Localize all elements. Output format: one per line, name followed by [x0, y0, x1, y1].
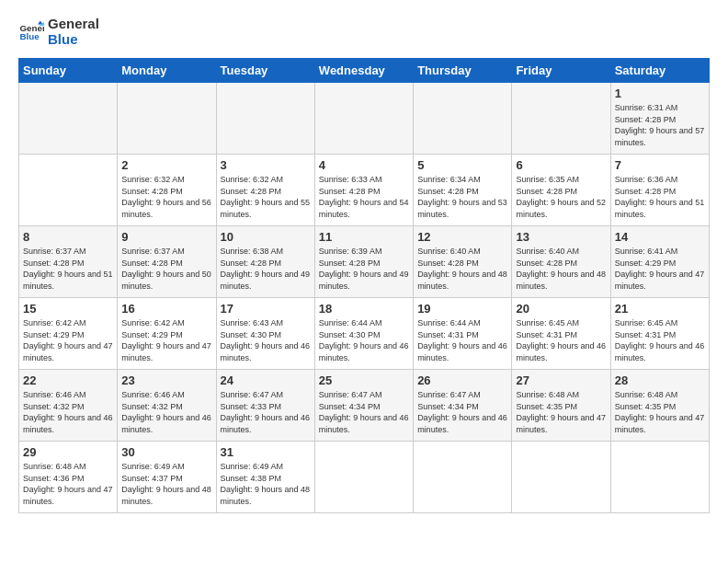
day-number: 7 — [615, 158, 705, 172]
day-number: 25 — [319, 373, 409, 387]
day-number: 21 — [615, 302, 705, 316]
cal-cell: 29Sunrise: 6:48 AMSunset: 4:36 PMDayligh… — [19, 442, 118, 513]
col-header-sunday: Sunday — [19, 59, 118, 83]
cal-cell — [512, 442, 610, 513]
day-info: Sunrise: 6:48 AMSunset: 4:36 PMDaylight:… — [23, 461, 113, 507]
logo-icon: General Blue — [18, 19, 44, 45]
day-info: Sunrise: 6:32 AMSunset: 4:28 PMDaylight:… — [121, 174, 211, 220]
cal-cell: 11Sunrise: 6:39 AMSunset: 4:28 PMDayligh… — [314, 226, 413, 298]
day-info: Sunrise: 6:46 AMSunset: 4:32 PMDaylight:… — [23, 389, 113, 435]
day-info: Sunrise: 6:40 AMSunset: 4:28 PMDaylight:… — [516, 246, 606, 292]
cal-cell: 31Sunrise: 6:49 AMSunset: 4:38 PMDayligh… — [216, 442, 314, 513]
col-header-tuesday: Tuesday — [216, 59, 314, 83]
cal-cell: 4Sunrise: 6:33 AMSunset: 4:28 PMDaylight… — [314, 155, 413, 226]
day-number: 8 — [23, 230, 113, 244]
day-number: 26 — [417, 373, 507, 387]
day-info: Sunrise: 6:38 AMSunset: 4:28 PMDaylight:… — [221, 246, 311, 292]
cal-cell — [19, 155, 118, 226]
day-number: 1 — [615, 86, 705, 100]
cal-cell: 14Sunrise: 6:41 AMSunset: 4:29 PMDayligh… — [610, 226, 709, 298]
cal-cell — [19, 83, 118, 155]
day-number: 15 — [23, 302, 113, 316]
day-number: 27 — [516, 373, 606, 387]
cal-cell: 5Sunrise: 6:34 AMSunset: 4:28 PMDaylight… — [414, 155, 512, 226]
day-info: Sunrise: 6:32 AMSunset: 4:28 PMDaylight:… — [221, 174, 311, 220]
cal-cell: 19Sunrise: 6:44 AMSunset: 4:31 PMDayligh… — [414, 298, 512, 370]
day-info: Sunrise: 6:37 AMSunset: 4:28 PMDaylight:… — [23, 246, 113, 292]
day-info: Sunrise: 6:33 AMSunset: 4:28 PMDaylight:… — [319, 174, 409, 220]
day-info: Sunrise: 6:41 AMSunset: 4:29 PMDaylight:… — [615, 246, 705, 292]
week-row-5: 22Sunrise: 6:46 AMSunset: 4:32 PMDayligh… — [19, 370, 710, 442]
cal-cell — [314, 83, 413, 155]
week-row-6: 29Sunrise: 6:48 AMSunset: 4:36 PMDayligh… — [19, 442, 710, 513]
cal-cell: 6Sunrise: 6:35 AMSunset: 4:28 PMDaylight… — [512, 155, 610, 226]
day-number: 31 — [221, 445, 311, 459]
day-info: Sunrise: 6:45 AMSunset: 4:31 PMDaylight:… — [615, 317, 705, 363]
day-info: Sunrise: 6:47 AMSunset: 4:34 PMDaylight:… — [417, 389, 507, 435]
cal-cell: 7Sunrise: 6:36 AMSunset: 4:28 PMDaylight… — [610, 155, 709, 226]
day-number: 16 — [121, 302, 211, 316]
cal-cell: 15Sunrise: 6:42 AMSunset: 4:29 PMDayligh… — [19, 298, 118, 370]
day-info: Sunrise: 6:37 AMSunset: 4:28 PMDaylight:… — [121, 246, 211, 292]
week-row-1: 1Sunrise: 6:31 AMSunset: 4:28 PMDaylight… — [19, 83, 710, 155]
cal-cell — [314, 442, 413, 513]
svg-text:Blue: Blue — [19, 31, 40, 41]
col-header-wednesday: Wednesday — [314, 59, 413, 83]
day-number: 5 — [417, 158, 507, 172]
header-row: SundayMondayTuesdayWednesdayThursdayFrid… — [19, 59, 710, 83]
week-row-3: 8Sunrise: 6:37 AMSunset: 4:28 PMDaylight… — [19, 226, 710, 298]
cal-cell: 25Sunrise: 6:47 AMSunset: 4:34 PMDayligh… — [314, 370, 413, 442]
day-info: Sunrise: 6:35 AMSunset: 4:28 PMDaylight:… — [516, 174, 606, 220]
cal-cell: 12Sunrise: 6:40 AMSunset: 4:28 PMDayligh… — [414, 226, 512, 298]
day-info: Sunrise: 6:48 AMSunset: 4:35 PMDaylight:… — [615, 389, 705, 435]
cal-cell — [414, 442, 512, 513]
day-number: 24 — [221, 373, 311, 387]
day-info: Sunrise: 6:45 AMSunset: 4:31 PMDaylight:… — [516, 317, 606, 363]
cal-cell: 26Sunrise: 6:47 AMSunset: 4:34 PMDayligh… — [414, 370, 512, 442]
day-number: 22 — [23, 373, 113, 387]
cal-cell — [610, 442, 709, 513]
cal-cell: 30Sunrise: 6:49 AMSunset: 4:37 PMDayligh… — [118, 442, 216, 513]
week-row-4: 15Sunrise: 6:42 AMSunset: 4:29 PMDayligh… — [19, 298, 710, 370]
cal-cell — [118, 83, 216, 155]
day-number: 20 — [516, 302, 606, 316]
day-number: 14 — [615, 230, 705, 244]
day-info: Sunrise: 6:49 AMSunset: 4:38 PMDaylight:… — [221, 461, 311, 507]
day-number: 23 — [121, 373, 211, 387]
day-number: 12 — [417, 230, 507, 244]
cal-cell: 18Sunrise: 6:44 AMSunset: 4:30 PMDayligh… — [314, 298, 413, 370]
col-header-monday: Monday — [118, 59, 216, 83]
cal-cell: 2Sunrise: 6:32 AMSunset: 4:28 PMDaylight… — [118, 155, 216, 226]
day-info: Sunrise: 6:44 AMSunset: 4:30 PMDaylight:… — [319, 317, 409, 363]
day-number: 11 — [319, 230, 409, 244]
day-number: 3 — [221, 158, 311, 172]
logo-blue: Blue — [48, 32, 99, 48]
day-number: 19 — [417, 302, 507, 316]
cal-cell: 3Sunrise: 6:32 AMSunset: 4:28 PMDaylight… — [216, 155, 314, 226]
cal-cell: 20Sunrise: 6:45 AMSunset: 4:31 PMDayligh… — [512, 298, 610, 370]
logo-general: General — [48, 17, 99, 32]
col-header-friday: Friday — [512, 59, 610, 83]
cal-cell: 17Sunrise: 6:43 AMSunset: 4:30 PMDayligh… — [216, 298, 314, 370]
cal-cell: 1Sunrise: 6:31 AMSunset: 4:28 PMDaylight… — [610, 83, 709, 155]
cal-cell: 16Sunrise: 6:42 AMSunset: 4:29 PMDayligh… — [118, 298, 216, 370]
cal-cell: 9Sunrise: 6:37 AMSunset: 4:28 PMDaylight… — [118, 226, 216, 298]
page-container: General Blue General Blue SundayMondayTu… — [0, 0, 728, 523]
cal-cell: 22Sunrise: 6:46 AMSunset: 4:32 PMDayligh… — [19, 370, 118, 442]
calendar-table: SundayMondayTuesdayWednesdayThursdayFrid… — [18, 58, 710, 513]
cal-cell — [414, 83, 512, 155]
cal-cell — [512, 83, 610, 155]
cal-cell: 27Sunrise: 6:48 AMSunset: 4:35 PMDayligh… — [512, 370, 610, 442]
day-info: Sunrise: 6:31 AMSunset: 4:28 PMDaylight:… — [615, 102, 705, 148]
cal-cell: 23Sunrise: 6:46 AMSunset: 4:32 PMDayligh… — [118, 370, 216, 442]
day-info: Sunrise: 6:46 AMSunset: 4:32 PMDaylight:… — [121, 389, 211, 435]
cal-cell: 8Sunrise: 6:37 AMSunset: 4:28 PMDaylight… — [19, 226, 118, 298]
day-info: Sunrise: 6:44 AMSunset: 4:31 PMDaylight:… — [417, 317, 507, 363]
day-info: Sunrise: 6:39 AMSunset: 4:28 PMDaylight:… — [319, 246, 409, 292]
day-info: Sunrise: 6:42 AMSunset: 4:29 PMDaylight:… — [23, 317, 113, 363]
day-number: 10 — [221, 230, 311, 244]
day-number: 29 — [23, 445, 113, 459]
header: General Blue General Blue — [18, 17, 710, 47]
col-header-thursday: Thursday — [414, 59, 512, 83]
day-number: 2 — [121, 158, 211, 172]
